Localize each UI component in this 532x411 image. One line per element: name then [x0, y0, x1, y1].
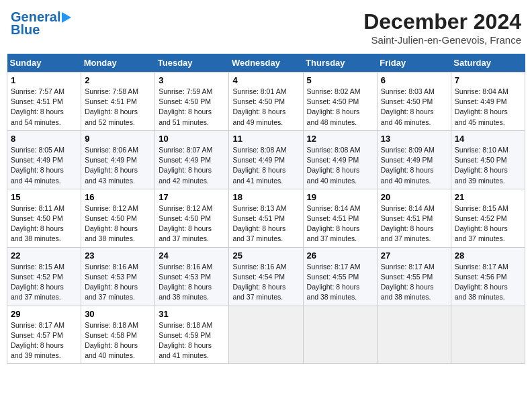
calendar-cell: 7Sunrise: 8:04 AM Sunset: 4:49 PM Daylig… [451, 73, 525, 131]
weekday-header-saturday: Saturday [451, 54, 525, 73]
calendar-cell: 1Sunrise: 7:57 AM Sunset: 4:51 PM Daylig… [7, 73, 81, 131]
calendar-body: 1Sunrise: 7:57 AM Sunset: 4:51 PM Daylig… [7, 73, 525, 364]
weekday-header-friday: Friday [377, 54, 451, 73]
cell-info: Sunrise: 8:15 AM Sunset: 4:52 PM Dayligh… [455, 204, 508, 243]
calendar-cell: 27Sunrise: 8:17 AM Sunset: 4:55 PM Dayli… [377, 247, 451, 306]
day-number: 15 [11, 192, 77, 202]
calendar-cell: 5Sunrise: 8:02 AM Sunset: 4:50 PM Daylig… [303, 73, 377, 131]
calendar-cell: 4Sunrise: 8:01 AM Sunset: 4:50 PM Daylig… [229, 73, 303, 131]
cell-info: Sunrise: 7:58 AM Sunset: 4:51 PM Dayligh… [85, 87, 138, 126]
calendar-cell: 24Sunrise: 8:16 AM Sunset: 4:53 PM Dayli… [155, 247, 229, 306]
day-number: 10 [159, 134, 225, 144]
day-number: 14 [455, 134, 521, 144]
calendar-cell: 20Sunrise: 8:14 AM Sunset: 4:51 PM Dayli… [377, 189, 451, 247]
day-number: 3 [159, 75, 225, 85]
calendar-cell: 17Sunrise: 8:12 AM Sunset: 4:50 PM Dayli… [155, 189, 229, 247]
cell-info: Sunrise: 8:10 AM Sunset: 4:50 PM Dayligh… [455, 146, 508, 185]
calendar-cell [303, 306, 377, 364]
calendar-cell: 29Sunrise: 8:17 AM Sunset: 4:57 PM Dayli… [7, 306, 81, 364]
day-number: 11 [232, 134, 299, 144]
day-number: 16 [85, 192, 151, 202]
cell-info: Sunrise: 8:17 AM Sunset: 4:55 PM Dayligh… [381, 263, 435, 302]
calendar-cell: 11Sunrise: 8:08 AM Sunset: 4:49 PM Dayli… [229, 130, 303, 189]
month-title: December 2024 [363, 9, 521, 34]
week-row-5: 29Sunrise: 8:17 AM Sunset: 4:57 PM Dayli… [7, 306, 525, 364]
day-number: 22 [11, 250, 77, 261]
calendar-cell: 16Sunrise: 8:12 AM Sunset: 4:50 PM Dayli… [81, 189, 155, 247]
title-area: December 2024 Saint-Julien-en-Genevois, … [363, 9, 521, 46]
day-number: 20 [381, 192, 447, 202]
week-row-4: 22Sunrise: 8:15 AM Sunset: 4:52 PM Dayli… [7, 247, 525, 306]
day-number: 21 [455, 192, 521, 202]
weekday-header-monday: Monday [81, 54, 155, 73]
cell-info: Sunrise: 8:08 AM Sunset: 4:49 PM Dayligh… [232, 146, 286, 185]
calendar-cell: 30Sunrise: 8:18 AM Sunset: 4:58 PM Dayli… [81, 306, 155, 364]
calendar-cell [451, 306, 525, 364]
day-number: 18 [232, 192, 299, 202]
calendar-cell: 28Sunrise: 8:17 AM Sunset: 4:56 PM Dayli… [451, 247, 525, 306]
calendar-cell: 9Sunrise: 8:06 AM Sunset: 4:49 PM Daylig… [81, 130, 155, 189]
cell-info: Sunrise: 8:06 AM Sunset: 4:49 PM Dayligh… [85, 146, 138, 185]
calendar-cell: 3Sunrise: 7:59 AM Sunset: 4:50 PM Daylig… [155, 73, 229, 131]
cell-info: Sunrise: 8:18 AM Sunset: 4:59 PM Dayligh… [159, 321, 212, 360]
calendar-cell: 14Sunrise: 8:10 AM Sunset: 4:50 PM Dayli… [451, 130, 525, 189]
day-number: 27 [381, 250, 447, 261]
calendar-cell: 6Sunrise: 8:03 AM Sunset: 4:50 PM Daylig… [377, 73, 451, 131]
cell-info: Sunrise: 8:16 AM Sunset: 4:53 PM Dayligh… [85, 263, 138, 302]
cell-info: Sunrise: 8:14 AM Sunset: 4:51 PM Dayligh… [381, 204, 435, 243]
day-number: 4 [232, 75, 299, 85]
weekday-header-sunday: Sunday [7, 54, 81, 73]
cell-info: Sunrise: 8:04 AM Sunset: 4:49 PM Dayligh… [455, 87, 508, 126]
logo: General Blue [11, 9, 71, 38]
calendar-cell [377, 306, 451, 364]
cell-info: Sunrise: 8:12 AM Sunset: 4:50 PM Dayligh… [159, 204, 212, 243]
day-number: 5 [307, 75, 373, 85]
cell-info: Sunrise: 8:16 AM Sunset: 4:53 PM Dayligh… [159, 263, 212, 302]
calendar-cell: 2Sunrise: 7:58 AM Sunset: 4:51 PM Daylig… [81, 73, 155, 131]
header: General Blue December 2024 Saint-Julien-… [7, 7, 525, 48]
weekday-header-wednesday: Wednesday [229, 54, 303, 73]
day-number: 8 [11, 134, 77, 144]
cell-info: Sunrise: 8:09 AM Sunset: 4:49 PM Dayligh… [381, 146, 435, 185]
weekday-header-row: SundayMondayTuesdayWednesdayThursdayFrid… [7, 54, 525, 73]
calendar-cell: 31Sunrise: 8:18 AM Sunset: 4:59 PM Dayli… [155, 306, 229, 364]
calendar-cell: 13Sunrise: 8:09 AM Sunset: 4:49 PM Dayli… [377, 130, 451, 189]
cell-info: Sunrise: 8:18 AM Sunset: 4:58 PM Dayligh… [85, 321, 138, 360]
week-row-1: 1Sunrise: 7:57 AM Sunset: 4:51 PM Daylig… [7, 73, 525, 131]
cell-info: Sunrise: 8:08 AM Sunset: 4:49 PM Dayligh… [307, 146, 361, 185]
calendar-cell: 12Sunrise: 8:08 AM Sunset: 4:49 PM Dayli… [303, 130, 377, 189]
day-number: 28 [455, 250, 521, 261]
calendar-cell: 15Sunrise: 8:11 AM Sunset: 4:50 PM Dayli… [7, 189, 81, 247]
day-number: 13 [381, 134, 447, 144]
logo-arrow-icon [62, 12, 71, 23]
cell-info: Sunrise: 8:02 AM Sunset: 4:50 PM Dayligh… [307, 87, 361, 126]
day-number: 19 [307, 192, 373, 202]
cell-info: Sunrise: 8:07 AM Sunset: 4:49 PM Dayligh… [159, 146, 212, 185]
cell-info: Sunrise: 7:59 AM Sunset: 4:50 PM Dayligh… [159, 87, 212, 126]
calendar-table: SundayMondayTuesdayWednesdayThursdayFrid… [7, 54, 525, 364]
cell-info: Sunrise: 8:16 AM Sunset: 4:54 PM Dayligh… [232, 263, 286, 302]
cell-info: Sunrise: 8:14 AM Sunset: 4:51 PM Dayligh… [307, 204, 361, 243]
calendar-cell [229, 306, 303, 364]
day-number: 29 [11, 309, 77, 319]
location-title: Saint-Julien-en-Genevois, France [363, 34, 521, 46]
calendar-cell: 23Sunrise: 8:16 AM Sunset: 4:53 PM Dayli… [81, 247, 155, 306]
day-number: 6 [381, 75, 447, 85]
cell-info: Sunrise: 8:01 AM Sunset: 4:50 PM Dayligh… [232, 87, 286, 126]
day-number: 23 [85, 250, 151, 261]
week-row-2: 8Sunrise: 8:05 AM Sunset: 4:49 PM Daylig… [7, 130, 525, 189]
day-number: 12 [307, 134, 373, 144]
calendar-cell: 8Sunrise: 8:05 AM Sunset: 4:49 PM Daylig… [7, 130, 81, 189]
week-row-3: 15Sunrise: 8:11 AM Sunset: 4:50 PM Dayli… [7, 189, 525, 247]
cell-info: Sunrise: 8:12 AM Sunset: 4:50 PM Dayligh… [85, 204, 138, 243]
day-number: 9 [85, 134, 151, 144]
day-number: 25 [232, 250, 299, 261]
cell-info: Sunrise: 8:13 AM Sunset: 4:51 PM Dayligh… [232, 204, 286, 243]
day-number: 1 [11, 75, 77, 85]
weekday-header-tuesday: Tuesday [155, 54, 229, 73]
calendar-cell: 26Sunrise: 8:17 AM Sunset: 4:55 PM Dayli… [303, 247, 377, 306]
day-number: 17 [159, 192, 225, 202]
cell-info: Sunrise: 8:17 AM Sunset: 4:55 PM Dayligh… [307, 263, 361, 302]
cell-info: Sunrise: 8:11 AM Sunset: 4:50 PM Dayligh… [11, 204, 64, 243]
calendar-cell: 22Sunrise: 8:15 AM Sunset: 4:52 PM Dayli… [7, 247, 81, 306]
